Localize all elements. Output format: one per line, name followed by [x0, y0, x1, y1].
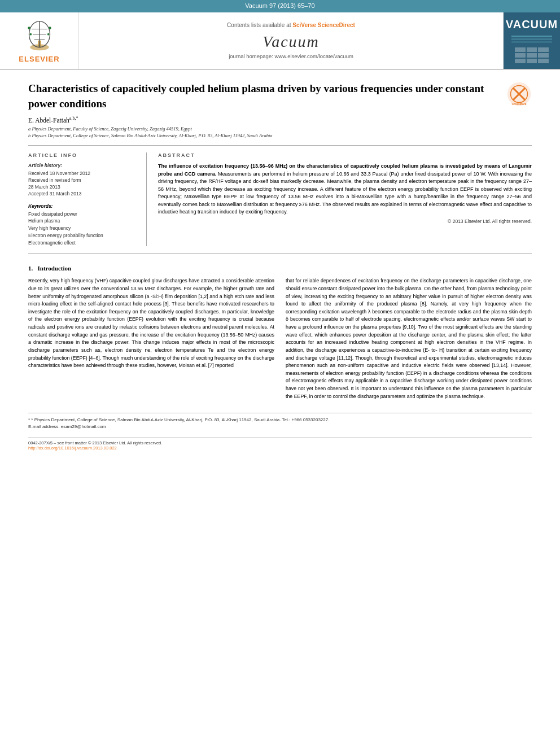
section-title-text: Introduction	[38, 265, 72, 272]
elsevier-logo-area: ELSEVIER	[0, 12, 79, 69]
doi-link[interactable]: http://dx.doi.org/10.1016/j.vacuum.2013.…	[28, 445, 162, 451]
article-info-col: ARTICLE INFO Article history: Received 1…	[28, 152, 147, 246]
sciverse-text: Contents lists available at SciVerse Sci…	[227, 22, 355, 28]
intro-para-right: that for reliable dependences of excitat…	[286, 277, 532, 400]
abstract-heading: ABSTRACT	[158, 152, 532, 158]
bottom-bar: 0042-207X/$ – see front matter © 2013 El…	[28, 438, 532, 451]
crossmark-badge: CrossMark	[506, 81, 532, 107]
intro-body: Recently, very high frequency (VHF) capa…	[28, 277, 532, 404]
intro-heading: 1. Introduction	[28, 265, 532, 272]
abstract-text: The influence of excitation frequency (1…	[158, 163, 532, 216]
section-number: 1.	[28, 265, 33, 272]
info-abstract-section: ARTICLE INFO Article history: Received 1…	[28, 152, 532, 246]
author-name: E. Abdel-Fattah	[28, 117, 69, 124]
paper-title: Characteristics of capacitively coupled …	[28, 81, 532, 111]
svg-point-7	[28, 27, 30, 29]
keyword-2: Helium plasma	[28, 217, 138, 225]
keyword-1: Fixed dissipated power	[28, 211, 138, 218]
svg-point-10	[47, 33, 49, 35]
keyword-3: Very high frequency	[28, 225, 138, 232]
svg-point-11	[38, 45, 41, 47]
issn-line: 0042-207X/$ – see front matter © 2013 El…	[28, 440, 162, 445]
abstract-body: Measurements are performed in helium pre…	[158, 171, 532, 215]
affiliation-2: b Physics Department, College of Science…	[28, 133, 532, 138]
copyright-line: © 2013 Elsevier Ltd. All rights reserved…	[158, 219, 532, 224]
vacuum-badge-area: VACUUM	[504, 12, 560, 69]
abstract-col: ABSTRACT The influence of excitation fre…	[158, 152, 532, 246]
keyword-4: Electron energy probability function	[28, 232, 138, 239]
issn-text: 0042-207X/$ – see front matter © 2013 El…	[28, 440, 162, 451]
introduction-section: 1. Introduction Recently, very high freq…	[28, 265, 532, 404]
footnote-star: * * Physics Department, College of Scien…	[28, 417, 532, 423]
author-sup: a,b,*	[69, 116, 78, 121]
keywords-label: Keywords:	[28, 203, 138, 209]
elsevier-tree-icon	[20, 19, 59, 53]
journal-citation: Vacuum 97 (2013) 65–70	[0, 0, 560, 11]
elsevier-brand: ELSEVIER	[19, 55, 59, 63]
vacuum-badge-title: VACUUM	[506, 18, 558, 31]
footnote-address: * Physics Department, College of Science…	[31, 417, 329, 422]
journal-center-area: Contents lists available at SciVerse Sci…	[79, 12, 504, 69]
author-line: E. Abdel-Fattaha,b,*	[28, 116, 532, 124]
footnote-section: * * Physics Department, College of Scien…	[28, 413, 532, 429]
svg-point-9	[29, 33, 32, 35]
article-info-heading: ARTICLE INFO	[28, 152, 138, 158]
journal-header: ELSEVIER Contents lists available at Sci…	[0, 11, 560, 70]
citation-text: Vacuum 97 (2013) 65–70	[245, 2, 314, 9]
intro-right-col: that for reliable dependences of excitat…	[286, 277, 532, 404]
badge-lines	[511, 34, 552, 44]
svg-point-8	[49, 27, 51, 29]
keyword-5: Electromagnetic effect	[28, 239, 138, 247]
paper-container: Characteristics of capacitively coupled …	[0, 70, 560, 462]
received-date: Received 18 November 2012	[28, 171, 138, 177]
journal-title: Vacuum	[262, 33, 320, 51]
crossmark-icon: CrossMark	[506, 81, 532, 107]
svg-text:CrossMark: CrossMark	[512, 102, 527, 106]
received-revised-label: Received in revised form	[28, 177, 138, 184]
intro-left-text: Recently, very high frequency (VHF) capa…	[28, 277, 274, 370]
divider-2	[28, 253, 532, 254]
journal-homepage: journal homepage: www.elsevier.com/locat…	[229, 53, 353, 59]
revised-date: 28 March 2013	[28, 184, 138, 191]
affiliation-1: a Physics Department, Faculty of Science…	[28, 126, 532, 132]
intro-right-text: that for reliable dependences of excitat…	[286, 277, 532, 400]
accepted-date: Accepted 31 March 2013	[28, 191, 138, 198]
title-text: Characteristics of capacitively coupled …	[28, 82, 484, 110]
footnote-email: E-mail address: esam29@hotmail.com	[28, 423, 532, 430]
divider	[28, 145, 532, 146]
intro-left-col: Recently, very high frequency (VHF) capa…	[28, 277, 274, 404]
badge-grid	[515, 47, 549, 63]
intro-para-1: Recently, very high frequency (VHF) capa…	[28, 277, 274, 370]
history-label: Article history:	[28, 163, 138, 168]
